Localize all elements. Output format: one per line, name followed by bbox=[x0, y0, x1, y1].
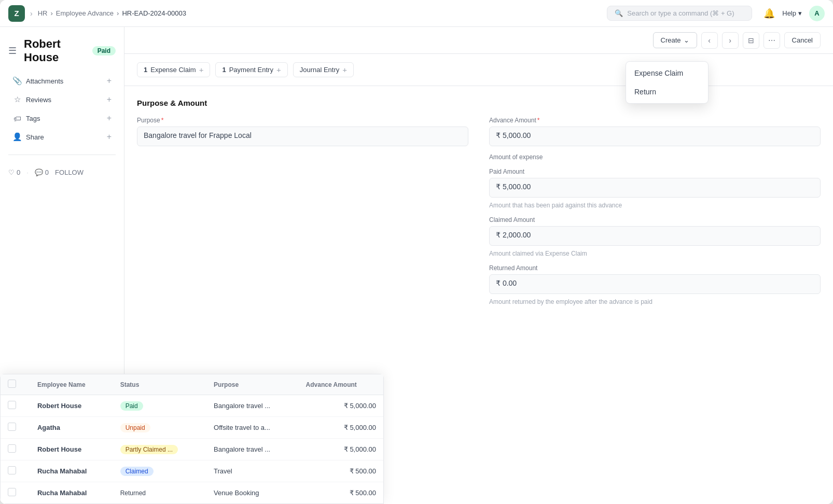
comment-button[interactable]: 💬 0 bbox=[35, 169, 49, 176]
table-row[interactable]: Robert House Paid Bangalore travel ... ₹… bbox=[1, 395, 383, 417]
employee-advance-list: Employee Name Status Purpose Advance Amo… bbox=[1, 374, 383, 503]
list-panel: Employee Name Status Purpose Advance Amo… bbox=[0, 374, 384, 504]
tags-icon: 🏷 bbox=[12, 114, 22, 123]
add-journal-entry-icon[interactable]: + bbox=[342, 65, 347, 74]
linked-expense-claim[interactable]: 1 Expense Claim + bbox=[137, 62, 210, 77]
notification-bell-icon[interactable]: 🔔 bbox=[763, 8, 775, 19]
nav-prev-button[interactable]: ‹ bbox=[701, 32, 718, 49]
row-amount: ₹ 500.00 bbox=[299, 482, 383, 504]
linked-journal-entry[interactable]: Journal Entry + bbox=[293, 62, 354, 77]
table-row[interactable]: Agatha Unpaid Offsite travel to a... ₹ 5… bbox=[1, 417, 383, 439]
add-attachment-icon[interactable]: + bbox=[107, 76, 112, 86]
sidebar-item-attachments[interactable]: 📎 Attachments + bbox=[8, 73, 116, 89]
help-menu[interactable]: Help ▾ bbox=[782, 9, 802, 17]
linked-payment-entry[interactable]: 1 Payment Entry + bbox=[215, 62, 287, 77]
breadcrumb-employee-advance[interactable]: Employee Advance bbox=[56, 9, 114, 17]
dropdown-item-expense-claim[interactable]: Expense Claim bbox=[626, 64, 708, 82]
row-status: Paid bbox=[113, 395, 206, 417]
share-icon: 👤 bbox=[12, 132, 22, 142]
status-badge: Paid bbox=[120, 401, 143, 411]
attachments-label: Attachments bbox=[26, 77, 63, 85]
breadcrumb-hr[interactable]: HR bbox=[38, 9, 48, 17]
add-expense-claim-icon[interactable]: + bbox=[199, 65, 204, 74]
returned-amount-label: Returned Amount bbox=[489, 264, 821, 272]
add-tag-icon[interactable]: + bbox=[107, 114, 112, 123]
row-select-checkbox[interactable] bbox=[8, 444, 16, 453]
breadcrumb-current: HR-EAD-2024-00003 bbox=[122, 9, 186, 17]
linked-docs-bar: 1 Expense Claim + 1 Payment Entry + Jour… bbox=[124, 54, 833, 86]
row-amount: ₹ 5,000.00 bbox=[299, 439, 383, 460]
hamburger-icon[interactable]: ☰ bbox=[8, 45, 17, 57]
app-shell: Z › HR › Employee Advance › HR-EAD-2024-… bbox=[0, 0, 833, 504]
reviews-label: Reviews bbox=[26, 96, 51, 104]
row-select-checkbox[interactable] bbox=[8, 423, 16, 431]
row-employee-name: Robert House bbox=[30, 395, 113, 417]
form-grid: Purpose* Bangalore travel for Frappe Loc… bbox=[137, 117, 821, 305]
more-options-button[interactable]: ⋯ bbox=[763, 32, 780, 49]
like-button[interactable]: ♡ 0 bbox=[8, 169, 20, 176]
table-row[interactable]: Rucha Mahabal Returned Venue Booking ₹ 5… bbox=[1, 482, 383, 504]
paid-amount-sub: Amount that has been paid against this a… bbox=[489, 202, 821, 209]
status-badge: Claimed bbox=[120, 467, 154, 476]
row-purpose: Offsite travel to a... bbox=[206, 417, 299, 439]
col-checkbox bbox=[1, 374, 30, 395]
print-button[interactable]: ⊟ bbox=[743, 32, 759, 49]
row-amount: ₹ 500.00 bbox=[299, 460, 383, 482]
purpose-value[interactable]: Bangalore travel for Frappe Local bbox=[137, 127, 468, 146]
col-employee-name: Employee Name bbox=[30, 374, 113, 395]
row-purpose: Venue Booking bbox=[206, 482, 299, 504]
purpose-label: Purpose* bbox=[137, 117, 468, 124]
reviews-icon: ☆ bbox=[12, 95, 22, 104]
row-status: Claimed bbox=[113, 460, 206, 482]
nav-next-button[interactable]: › bbox=[722, 32, 739, 49]
help-label: Help bbox=[782, 9, 796, 17]
dropdown-item-return[interactable]: Return bbox=[626, 82, 708, 101]
avatar[interactable]: A bbox=[809, 6, 825, 21]
add-share-icon[interactable]: + bbox=[107, 132, 112, 142]
row-status: Returned bbox=[113, 482, 206, 504]
journal-entry-label: Journal Entry bbox=[300, 66, 340, 74]
attachment-icon: 📎 bbox=[12, 76, 22, 86]
row-amount: ₹ 5,000.00 bbox=[299, 417, 383, 439]
search-icon: 🔍 bbox=[615, 9, 623, 17]
sidebar-item-tags[interactable]: 🏷 Tags + bbox=[8, 110, 116, 127]
row-employee-name: Agatha bbox=[30, 417, 113, 439]
row-select-checkbox[interactable] bbox=[8, 466, 16, 474]
advance-amount-value[interactable]: ₹ 5,000.00 bbox=[489, 127, 821, 146]
claimed-amount-value[interactable]: ₹ 2,000.00 bbox=[489, 226, 821, 246]
nav-right: 🔔 Help ▾ A bbox=[763, 6, 825, 21]
status-badge: Paid bbox=[92, 46, 116, 55]
follow-button[interactable]: FOLLOW bbox=[55, 169, 84, 176]
col-advance-amount: Advance Amount bbox=[299, 374, 383, 395]
paid-amount-label: Paid Amount bbox=[489, 168, 821, 175]
returned-amount-value[interactable]: ₹ 0.00 bbox=[489, 274, 821, 294]
chevron-down-icon: ⌄ bbox=[684, 36, 689, 44]
payment-entry-label: Payment Entry bbox=[229, 66, 273, 74]
create-button[interactable]: Create ⌄ bbox=[653, 32, 697, 48]
sidebar-divider bbox=[8, 155, 116, 155]
table-row[interactable]: Robert House Partly Claimed ... Bangalor… bbox=[1, 439, 383, 460]
app-logo[interactable]: Z bbox=[8, 5, 25, 22]
add-review-icon[interactable]: + bbox=[107, 95, 112, 104]
paid-amount-value[interactable]: ₹ 5,000.00 bbox=[489, 178, 821, 198]
row-select-checkbox[interactable] bbox=[8, 401, 16, 409]
cancel-button[interactable]: Cancel bbox=[784, 32, 821, 48]
sidebar-item-reviews[interactable]: ☆ Reviews + bbox=[8, 91, 116, 108]
top-nav: Z › HR › Employee Advance › HR-EAD-2024-… bbox=[0, 0, 833, 27]
chevron-down-icon: ▾ bbox=[798, 9, 802, 17]
row-employee-name: Rucha Mahabal bbox=[30, 460, 113, 482]
search-bar[interactable]: 🔍 Search or type a command (⌘ + G) bbox=[607, 6, 752, 21]
toolbar-actions: Create ⌄ ‹ › ⊟ ⋯ Cancel bbox=[653, 32, 821, 49]
row-checkbox bbox=[1, 417, 30, 439]
select-all-checkbox[interactable] bbox=[8, 380, 16, 388]
expense-claim-label: Expense Claim bbox=[150, 66, 196, 74]
sidebar-item-share[interactable]: 👤 Share + bbox=[8, 129, 116, 145]
status-badge: Unpaid bbox=[120, 423, 150, 432]
row-purpose: Travel bbox=[206, 460, 299, 482]
row-select-checkbox[interactable] bbox=[8, 488, 16, 496]
table-row[interactable]: Rucha Mahabal Claimed Travel ₹ 500.00 bbox=[1, 460, 383, 482]
follow-label: FOLLOW bbox=[55, 169, 84, 176]
payment-entry-count: 1 bbox=[222, 66, 226, 74]
add-payment-entry-icon[interactable]: + bbox=[276, 65, 281, 74]
row-employee-name: Robert House bbox=[30, 439, 113, 460]
